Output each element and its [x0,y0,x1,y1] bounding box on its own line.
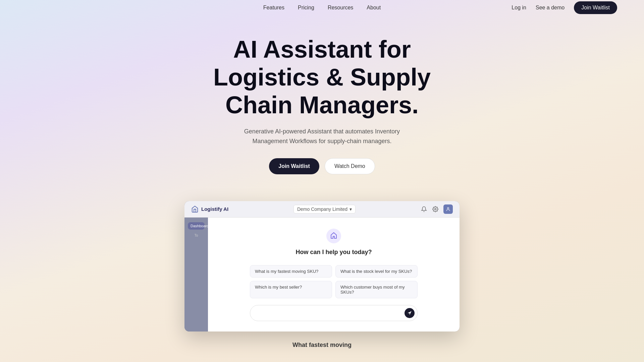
nav-about[interactable]: About [367,5,381,11]
app-topbar: Logistify AI Demo Company Limited ▾ [184,201,460,218]
settings-icon[interactable] [432,206,439,213]
chevron-down-icon: ▾ [350,206,352,212]
home-icon [191,205,199,213]
app-topbar-right [421,204,453,214]
nav-right: Log in See a demo Join Waitlist [512,1,617,14]
app-demo-wrapper: Logistify AI Demo Company Limited ▾ [0,201,644,331]
join-waitlist-nav-button[interactable]: Join Waitlist [574,1,617,14]
chat-input[interactable] [256,310,405,316]
login-link[interactable]: Log in [512,5,526,11]
nav-pricing[interactable]: Pricing [298,5,314,11]
navbar: Features Pricing Resources About Log in … [0,0,644,15]
svg-point-0 [435,208,436,210]
app-main-content: How can I help you today? What is my fas… [208,218,460,331]
nav-resources[interactable]: Resources [328,5,353,11]
chat-heading: How can I help you today? [296,249,372,256]
watch-demo-button[interactable]: Watch Demo [325,158,375,174]
suggestion-3[interactable]: Which is my best seller? [250,281,332,298]
chat-suggestions: What is my fastest moving SKU? What is t… [250,265,418,298]
suggestion-4[interactable]: Which customer buys most of my SKUs? [335,281,418,298]
hero-heading: AI Assistant for Logistics & Supply Chai… [188,36,456,119]
send-icon [407,311,412,315]
chat-home-icon [326,228,342,244]
app-logo: Logistify AI [191,205,228,213]
chat-input-row [250,305,418,321]
demo-link[interactable]: See a demo [536,5,565,11]
app-body: Dashboard To How can I help you today? W… [184,218,460,331]
app-sidebar: Dashboard To [184,218,208,331]
chat-send-button[interactable] [405,308,415,318]
hero-buttons: Join Waitlist Watch Demo [7,158,637,174]
hero-subtext: Generative AI-powered Assistant that aut… [241,127,402,146]
app-demo: Logistify AI Demo Company Limited ▾ [184,201,460,331]
nav-features[interactable]: Features [263,5,284,11]
app-logo-text: Logistify AI [201,206,228,212]
svg-point-1 [447,207,449,209]
bottom-text: What fastest moving [0,342,644,349]
hero-section: AI Assistant for Logistics & Supply Chai… [0,15,644,191]
nav-links: Features Pricing Resources About [263,5,381,11]
suggestion-1[interactable]: What is my fastest moving SKU? [250,265,332,278]
suggestion-2[interactable]: What is the stock level for my SKUs? [335,265,418,278]
app-company-label: Demo Company Limited [297,206,347,212]
sidebar-dashboard-button[interactable]: Dashboard [188,222,205,230]
notification-icon[interactable] [421,206,427,213]
app-company-selector[interactable]: Demo Company Limited ▾ [293,205,356,214]
user-avatar[interactable] [443,204,453,214]
sidebar-to-label: To [188,234,205,237]
join-waitlist-button[interactable]: Join Waitlist [269,158,319,174]
